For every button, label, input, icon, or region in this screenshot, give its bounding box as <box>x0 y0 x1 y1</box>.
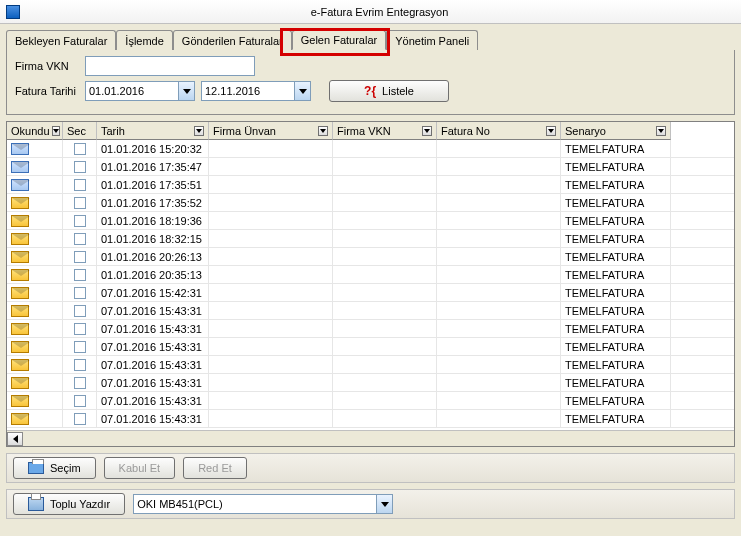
cell-senaryo: TEMELFATURA <box>561 320 671 337</box>
table-row[interactable]: 07.01.2016 15:43:31TEMELFATURA <box>7 338 734 356</box>
cell-fatno <box>437 140 561 157</box>
date-from-input[interactable]: 01.01.2016 <box>85 81 195 101</box>
red-et-button[interactable]: Red Et <box>183 457 247 479</box>
listele-button[interactable]: ?{ Listele <box>329 80 449 102</box>
filter-icon: ?{ <box>364 84 376 98</box>
chevron-down-icon[interactable] <box>294 82 310 100</box>
tab-gonderilen[interactable]: Gönderilen Faturalar <box>173 30 292 50</box>
cell-sec[interactable] <box>63 266 97 283</box>
scroll-left-button[interactable] <box>7 432 23 446</box>
table-row[interactable]: 07.01.2016 15:43:31TEMELFATURA <box>7 356 734 374</box>
cell-sec[interactable] <box>63 302 97 319</box>
checkbox[interactable] <box>74 179 86 191</box>
cell-sec[interactable] <box>63 176 97 193</box>
table-row[interactable]: 01.01.2016 20:35:13TEMELFATURA <box>7 266 734 284</box>
table-row[interactable]: 07.01.2016 15:43:31TEMELFATURA <box>7 302 734 320</box>
cell-unvan <box>209 140 333 157</box>
table-row[interactable]: 07.01.2016 15:43:31TEMELFATURA <box>7 410 734 428</box>
table-row[interactable]: 07.01.2016 15:43:31TEMELFATURA <box>7 392 734 410</box>
checkbox[interactable] <box>74 305 86 317</box>
table-row[interactable]: 01.01.2016 18:19:36TEMELFATURA <box>7 212 734 230</box>
checkbox[interactable] <box>74 413 86 425</box>
cell-senaryo: TEMELFATURA <box>561 176 671 193</box>
mail-icon <box>11 323 29 335</box>
checkbox[interactable] <box>74 341 86 353</box>
checkbox[interactable] <box>74 395 86 407</box>
cell-sec[interactable] <box>63 194 97 211</box>
cell-tarih: 07.01.2016 15:43:31 <box>97 374 209 391</box>
tab-bekleyen[interactable]: Bekleyen Faturalar <box>6 30 116 50</box>
chevron-down-icon[interactable] <box>318 126 328 136</box>
tab-yonetim[interactable]: Yönetim Paneli <box>386 30 478 50</box>
col-unvan[interactable]: Firma Ünvan <box>209 122 333 140</box>
chevron-down-icon[interactable] <box>194 126 204 136</box>
table-row[interactable]: 01.01.2016 17:35:52TEMELFATURA <box>7 194 734 212</box>
checkbox[interactable] <box>74 287 86 299</box>
toplu-yazdir-button[interactable]: Toplu Yazdır <box>13 493 125 515</box>
tab-gelen[interactable]: Gelen Faturalar <box>292 30 386 50</box>
cell-sec[interactable] <box>63 356 97 373</box>
table-row[interactable]: 01.01.2016 18:32:15TEMELFATURA <box>7 230 734 248</box>
checkbox[interactable] <box>74 323 86 335</box>
tab-islemde[interactable]: İşlemde <box>116 30 173 50</box>
cell-tarih: 01.01.2016 17:35:47 <box>97 158 209 175</box>
checkbox[interactable] <box>74 143 86 155</box>
col-senaryo[interactable]: Senaryo <box>561 122 671 140</box>
cell-sec[interactable] <box>63 392 97 409</box>
table-row[interactable]: 01.01.2016 17:35:47TEMELFATURA <box>7 158 734 176</box>
firma-vkn-input[interactable] <box>85 56 255 76</box>
cell-senaryo: TEMELFATURA <box>561 266 671 283</box>
chevron-down-icon[interactable] <box>52 126 60 136</box>
date-to-input[interactable]: 12.11.2016 <box>201 81 311 101</box>
cell-sec[interactable] <box>63 320 97 337</box>
cell-sec[interactable] <box>63 212 97 229</box>
chevron-down-icon[interactable] <box>656 126 666 136</box>
cell-sec[interactable] <box>63 230 97 247</box>
checkbox[interactable] <box>74 251 86 263</box>
checkbox[interactable] <box>74 269 86 281</box>
printer-select[interactable]: OKI MB451(PCL) <box>133 494 393 514</box>
checkbox[interactable] <box>74 233 86 245</box>
col-tarih[interactable]: Tarih <box>97 122 209 140</box>
secim-button[interactable]: Seçim <box>13 457 96 479</box>
cell-sec[interactable] <box>63 140 97 157</box>
mail-icon <box>11 197 29 209</box>
cell-unvan <box>209 374 333 391</box>
table-row[interactable]: 07.01.2016 15:43:31TEMELFATURA <box>7 320 734 338</box>
cell-fatno <box>437 356 561 373</box>
checkbox[interactable] <box>74 377 86 389</box>
checkbox[interactable] <box>74 359 86 371</box>
chevron-down-icon[interactable] <box>422 126 432 136</box>
chevron-down-icon[interactable] <box>178 82 194 100</box>
window-title: e-Fatura Evrim Entegrasyon <box>24 6 735 18</box>
horizontal-scrollbar[interactable] <box>7 430 734 446</box>
table-row[interactable]: 01.01.2016 15:20:32TEMELFATURA <box>7 140 734 158</box>
checkbox[interactable] <box>74 215 86 227</box>
checkbox[interactable] <box>74 161 86 173</box>
table-row[interactable]: 01.01.2016 17:35:51TEMELFATURA <box>7 176 734 194</box>
chevron-down-icon[interactable] <box>546 126 556 136</box>
col-sec[interactable]: Sec <box>63 122 97 140</box>
col-okundu[interactable]: Okundu <box>7 122 63 140</box>
cell-sec[interactable] <box>63 158 97 175</box>
cell-fatno <box>437 248 561 265</box>
table-row[interactable]: 07.01.2016 15:43:31TEMELFATURA <box>7 374 734 392</box>
cell-sec[interactable] <box>63 338 97 355</box>
cell-unvan <box>209 266 333 283</box>
col-fatno[interactable]: Fatura No <box>437 122 561 140</box>
kabul-et-button[interactable]: Kabul Et <box>104 457 176 479</box>
table-row[interactable]: 01.01.2016 20:26:13TEMELFATURA <box>7 248 734 266</box>
table-row[interactable]: 07.01.2016 15:42:31TEMELFATURA <box>7 284 734 302</box>
cell-okundu <box>7 158 63 175</box>
checkbox[interactable] <box>74 197 86 209</box>
cell-vkn <box>333 194 437 211</box>
col-vkn[interactable]: Firma VKN <box>333 122 437 140</box>
chevron-down-icon[interactable] <box>376 495 392 513</box>
cell-tarih: 07.01.2016 15:43:31 <box>97 320 209 337</box>
cell-sec[interactable] <box>63 410 97 427</box>
cell-sec[interactable] <box>63 374 97 391</box>
cell-vkn <box>333 410 437 427</box>
cell-sec[interactable] <box>63 248 97 265</box>
cell-senaryo: TEMELFATURA <box>561 374 671 391</box>
cell-sec[interactable] <box>63 284 97 301</box>
